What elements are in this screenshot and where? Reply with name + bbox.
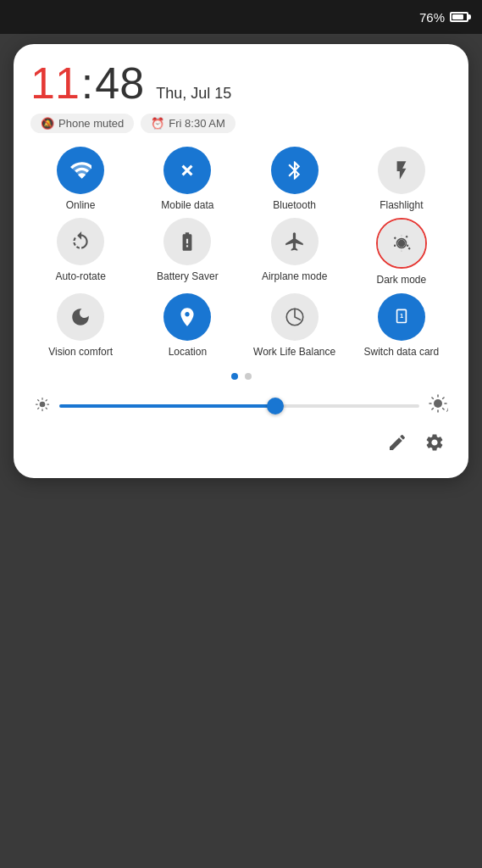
tile-battery-saver[interactable]: Battery Saver: [137, 218, 237, 286]
tile-circle-dark-mode: [378, 220, 425, 267]
settings-button[interactable]: [424, 432, 445, 458]
tile-label-airplane-mode: Airplane mode: [262, 270, 327, 282]
tile-location[interactable]: Location: [137, 293, 237, 358]
page-indicators: [30, 373, 452, 380]
tile-circle-airplane-mode: [271, 218, 319, 265]
time-display: 11 : 48 Thu, Jul 15: [30, 61, 452, 105]
tile-label-location: Location: [169, 346, 207, 358]
tile-label-vision-comfort: Vision comfort: [48, 346, 113, 358]
tile-circle-switch-data-card: 1: [378, 293, 425, 341]
svg-text:1: 1: [400, 312, 403, 320]
brightness-row: A: [30, 393, 452, 419]
tile-auto-rotate[interactable]: Auto-rotate: [30, 218, 130, 286]
tile-label-online: Online: [66, 199, 96, 211]
tile-switch-data-card[interactable]: 1 Switch data card: [352, 293, 452, 358]
tile-label-flashlight: Flashlight: [380, 199, 423, 211]
phone-muted-label: Phone muted: [58, 117, 124, 130]
tile-dark-mode[interactable]: Dark mode: [352, 218, 452, 286]
status-chips: 🔕 Phone muted ⏰ Fri 8:30 AM: [30, 114, 452, 133]
svg-point-6: [434, 399, 442, 408]
tile-circle-online: [57, 147, 104, 194]
tile-circle-bluetooth: [271, 147, 319, 194]
quick-panel: 11 : 48 Thu, Jul 15 🔕 Phone muted ⏰ Fri …: [14, 44, 468, 478]
page-dot-2: [245, 373, 252, 380]
phone-muted-chip[interactable]: 🔕 Phone muted: [30, 114, 134, 133]
tile-circle-vision-comfort: [57, 293, 104, 341]
tile-work-life-balance[interactable]: Work Life Balance: [245, 293, 345, 358]
tile-circle-work-life-balance: [271, 293, 319, 341]
tile-label-bluetooth: Bluetooth: [273, 199, 316, 211]
tile-circle-mobile-data: [163, 147, 211, 194]
svg-point-0: [398, 240, 406, 248]
alarm-icon: ⏰: [151, 117, 164, 130]
battery-percentage: 76%: [419, 10, 445, 25]
alarm-chip[interactable]: ⏰ Fri 8:30 AM: [141, 114, 235, 133]
bottom-actions: [30, 432, 452, 458]
mute-icon: 🔕: [41, 117, 54, 130]
time-hour: 11: [30, 61, 80, 105]
battery-icon: [450, 12, 468, 22]
brightness-fill: [59, 404, 275, 408]
tiles-grid: Online Mobile data Bluetooth: [30, 147, 452, 358]
status-bar: 76%: [0, 0, 482, 34]
tile-label-battery-saver: Battery Saver: [157, 270, 219, 282]
svg-text:A: A: [446, 407, 448, 413]
time-minute: 48: [95, 61, 144, 105]
tile-vision-comfort[interactable]: Vision comfort: [30, 293, 130, 358]
tile-circle-battery-saver: [163, 218, 211, 265]
tile-label-dark-mode: Dark mode: [377, 274, 427, 286]
brightness-thumb: [267, 398, 284, 415]
time-date: Thu, Jul 15: [156, 85, 231, 103]
tile-label-switch-data-card: Switch data card: [364, 346, 440, 358]
alarm-label: Fri 8:30 AM: [169, 117, 224, 130]
time-colon: :: [81, 61, 93, 105]
tile-bluetooth[interactable]: Bluetooth: [245, 147, 345, 211]
page-dot-1: [231, 373, 238, 380]
tile-mobile-data[interactable]: Mobile data: [137, 147, 237, 211]
tile-label-mobile-data: Mobile data: [161, 199, 213, 211]
svg-point-5: [40, 401, 46, 407]
tile-label-auto-rotate: Auto-rotate: [55, 270, 105, 282]
tile-circle-location: [163, 293, 211, 341]
dark-mode-border: [376, 218, 427, 269]
brightness-high-icon: A: [428, 393, 448, 419]
tile-airplane-mode[interactable]: Airplane mode: [245, 218, 345, 286]
tile-label-work-life-balance: Work Life Balance: [253, 346, 335, 358]
tile-circle-auto-rotate: [57, 218, 104, 265]
brightness-low-icon: [34, 396, 51, 417]
tile-circle-flashlight: [378, 147, 425, 194]
edit-button[interactable]: [387, 432, 407, 458]
time-section: 11 : 48 Thu, Jul 15 🔕 Phone muted ⏰ Fri …: [30, 61, 452, 133]
tile-online[interactable]: Online: [30, 147, 130, 211]
brightness-track[interactable]: [59, 404, 419, 408]
tile-flashlight[interactable]: Flashlight: [352, 147, 452, 211]
